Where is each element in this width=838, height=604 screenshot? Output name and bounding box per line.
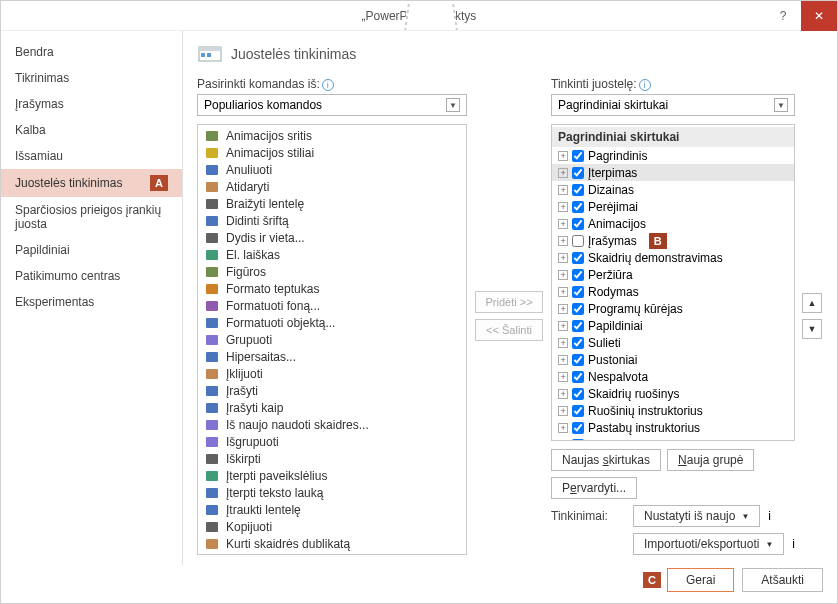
tab-checkbox[interactable] <box>572 150 584 162</box>
command-item[interactable]: Formatuoti objektą... <box>198 314 466 331</box>
new-group-button[interactable]: Nauja grupė <box>667 449 754 471</box>
expand-icon[interactable]: + <box>558 151 568 161</box>
info-icon[interactable]: i <box>639 79 651 91</box>
command-item[interactable]: Iškirpti <box>198 450 466 467</box>
move-up-button[interactable]: ▲ <box>802 293 822 313</box>
command-item[interactable]: Hipersaitas... <box>198 348 466 365</box>
command-item[interactable]: Įtraukti lentelę <box>198 501 466 518</box>
tab-checkbox[interactable] <box>572 388 584 400</box>
expand-icon[interactable]: + <box>558 202 568 212</box>
expand-icon[interactable]: + <box>558 236 568 246</box>
tab-checkbox[interactable] <box>572 422 584 434</box>
command-item[interactable]: Braižyti lentelę <box>198 195 466 212</box>
expand-icon[interactable]: + <box>558 270 568 280</box>
expand-icon[interactable]: + <box>558 372 568 382</box>
tab-checkbox[interactable] <box>572 235 584 247</box>
sidebar-item[interactable]: Juostelės tinkinimasA <box>1 169 182 197</box>
command-item[interactable]: Atidaryti <box>198 178 466 195</box>
commands-listbox[interactable]: Animacijos sritisAnimacijos stiliaiAnuli… <box>197 124 467 555</box>
tab-tree-item[interactable]: +ĮrašymasB <box>552 232 794 249</box>
expand-icon[interactable]: + <box>558 287 568 297</box>
expand-icon[interactable]: + <box>558 168 568 178</box>
sidebar-item[interactable]: Kalba <box>1 117 182 143</box>
move-down-button[interactable]: ▼ <box>802 319 822 339</box>
choose-commands-combo[interactable]: Populiarios komandos ▼ <box>197 94 467 116</box>
tab-checkbox[interactable] <box>572 269 584 281</box>
info-icon[interactable]: i <box>792 537 795 551</box>
tabs-treeview[interactable]: Pagrindiniai skirtukai+Pagrindinis+Įterp… <box>551 124 795 441</box>
tab-tree-item[interactable]: +Nespalvota <box>552 368 794 385</box>
command-item[interactable]: Maketas <box>198 552 466 555</box>
tab-checkbox[interactable] <box>572 167 584 179</box>
command-item[interactable]: Grupuoti <box>198 331 466 348</box>
tab-checkbox[interactable] <box>572 371 584 383</box>
sidebar-item[interactable]: Išsamiau <box>1 143 182 169</box>
command-item[interactable]: Kurti skaidrės dublikatą <box>198 535 466 552</box>
command-item[interactable]: Didinti šriftą <box>198 212 466 229</box>
expand-icon[interactable]: + <box>558 338 568 348</box>
sidebar-item[interactable]: Bendra <box>1 39 182 65</box>
tab-tree-item[interactable]: +Rodymas <box>552 283 794 300</box>
tab-tree-item[interactable]: +Įterpimas <box>552 164 794 181</box>
tab-tree-item[interactable]: +Dizainas <box>552 181 794 198</box>
expand-icon[interactable]: + <box>558 423 568 433</box>
expand-icon[interactable]: + <box>558 185 568 195</box>
sidebar-item[interactable]: Įrašymas <box>1 91 182 117</box>
command-item[interactable]: Įrašyti <box>198 382 466 399</box>
tab-checkbox[interactable] <box>572 320 584 332</box>
ok-button[interactable]: Gerai <box>667 568 734 592</box>
command-item[interactable]: Dydis ir vieta... <box>198 229 466 246</box>
tab-checkbox[interactable] <box>572 303 584 315</box>
expand-icon[interactable]: + <box>558 321 568 331</box>
sidebar-item[interactable]: Tikrinimas <box>1 65 182 91</box>
new-tab-button[interactable]: Naujas skirtukas <box>551 449 661 471</box>
tab-tree-item[interactable]: +Pustoniai <box>552 351 794 368</box>
tab-tree-item[interactable]: +Ruošinių instruktorius <box>552 402 794 419</box>
tab-tree-item[interactable]: +Animacijos <box>552 215 794 232</box>
expand-icon[interactable]: + <box>558 440 568 442</box>
tab-checkbox[interactable] <box>572 252 584 264</box>
tab-tree-item[interactable]: +Skaidrių demonstravimas <box>552 249 794 266</box>
tab-checkbox[interactable] <box>572 201 584 213</box>
tab-checkbox[interactable] <box>572 405 584 417</box>
expand-icon[interactable]: + <box>558 389 568 399</box>
tab-tree-item[interactable]: +Pagrindinis <box>552 147 794 164</box>
sidebar-item[interactable]: Eksperimentas <box>1 289 182 315</box>
command-item[interactable]: Figūros <box>198 263 466 280</box>
command-item[interactable]: Animacijos sritis <box>198 127 466 144</box>
help-button[interactable]: ? <box>765 1 801 31</box>
command-item[interactable]: Įterpti teksto lauką <box>198 484 466 501</box>
tab-tree-item[interactable]: +Sulieti <box>552 334 794 351</box>
expand-icon[interactable]: + <box>558 219 568 229</box>
customize-ribbon-combo[interactable]: Pagrindiniai skirtukai ▼ <box>551 94 795 116</box>
expand-icon[interactable]: + <box>558 304 568 314</box>
tab-tree-item[interactable]: +Perėjimai <box>552 198 794 215</box>
tab-tree-item[interactable]: +Pastabų instruktorius <box>552 419 794 436</box>
command-item[interactable]: Formatuoti foną... <box>198 297 466 314</box>
tab-checkbox[interactable] <box>572 354 584 366</box>
sidebar-item[interactable]: Papildiniai <box>1 237 182 263</box>
rename-button[interactable]: Pervardyti... <box>551 477 637 499</box>
tab-tree-item[interactable]: +Peržiūra <box>552 266 794 283</box>
reset-dropdown[interactable]: Nustatyti iš naujo ▼ <box>633 505 760 527</box>
tab-tree-item[interactable]: +Skaidrių ruošinys <box>552 385 794 402</box>
info-icon[interactable]: i <box>768 509 771 523</box>
command-item[interactable]: Išgrupuoti <box>198 433 466 450</box>
tab-checkbox[interactable] <box>572 184 584 196</box>
info-icon[interactable]: i <box>322 79 334 91</box>
tab-checkbox[interactable] <box>572 218 584 230</box>
tab-checkbox[interactable] <box>572 286 584 298</box>
command-item[interactable]: Įrašyti kaip <box>198 399 466 416</box>
remove-button[interactable]: << Šalinti <box>475 319 543 341</box>
command-item[interactable]: Kopijuoti <box>198 518 466 535</box>
sidebar-item[interactable]: Sparčiosios prieigos įrankių juosta <box>1 197 182 237</box>
expand-icon[interactable]: + <box>558 253 568 263</box>
cancel-button[interactable]: Atšaukti <box>742 568 823 592</box>
expand-icon[interactable]: + <box>558 355 568 365</box>
command-item[interactable]: Anuliuoti <box>198 161 466 178</box>
command-item[interactable]: Formato teptukas <box>198 280 466 297</box>
command-item[interactable]: Iš naujo naudoti skaidres... <box>198 416 466 433</box>
expand-icon[interactable]: + <box>558 406 568 416</box>
import-export-dropdown[interactable]: Importuoti/eksportuoti ▼ <box>633 533 784 555</box>
tab-tree-item[interactable]: +Foninis šalinimas <box>552 436 794 441</box>
